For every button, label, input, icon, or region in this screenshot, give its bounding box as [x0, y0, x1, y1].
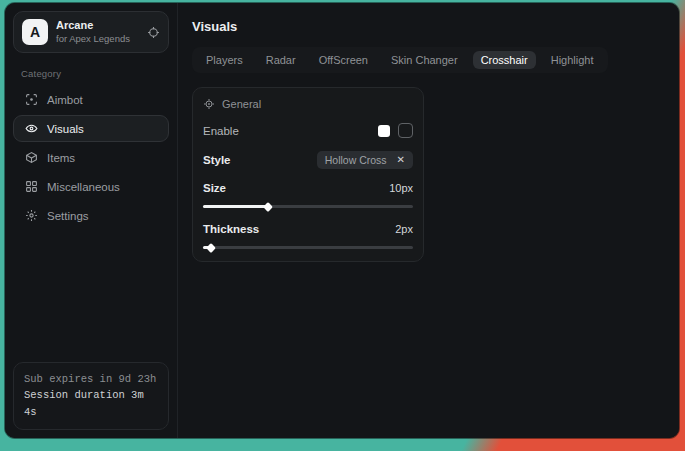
sidebar-item-label: Visuals — [47, 123, 84, 135]
enable-label: Enable — [203, 125, 239, 137]
tab-crosshair[interactable]: Crosshair — [473, 51, 536, 69]
crosshair-icon — [24, 93, 38, 106]
style-row: Style Hollow Cross ✕ — [203, 151, 413, 169]
sidebar-item-label: Settings — [47, 210, 89, 222]
grid-icon — [24, 180, 38, 193]
sidebar-item-aimbot[interactable]: Aimbot — [13, 86, 169, 113]
size-slider[interactable] — [203, 203, 413, 210]
category-label: Category — [21, 68, 161, 79]
target-icon[interactable] — [147, 26, 160, 39]
sidebar-item-visuals[interactable]: Visuals — [13, 115, 169, 142]
thickness-value: 2px — [395, 223, 413, 235]
crosshair-settings-icon — [203, 98, 215, 110]
gear-icon — [24, 209, 38, 222]
app-header-card: A Arcane for Apex Legends — [13, 11, 169, 53]
size-row: Size 10px — [203, 182, 413, 194]
enable-row: Enable — [203, 123, 413, 138]
size-label: Size — [203, 182, 226, 194]
style-value: Hollow Cross — [325, 154, 387, 166]
app-subtitle: for Apex Legends — [56, 33, 139, 45]
tab-highlight[interactable]: Highlight — [543, 51, 602, 69]
cube-icon — [24, 151, 38, 164]
style-label: Style — [203, 154, 231, 166]
page-title: Visuals — [192, 19, 665, 34]
size-value: 10px — [389, 182, 413, 194]
sidebar-item-label: Items — [47, 152, 75, 164]
tab-radar[interactable]: Radar — [258, 51, 304, 69]
panel-title: General — [222, 98, 261, 110]
sidebar-nav: Aimbot Visuals Items — [13, 86, 169, 229]
app-title: Arcane — [56, 19, 139, 33]
sidebar: A Arcane for Apex Legends Category Aimbo… — [5, 3, 178, 438]
thickness-row: Thickness 2px — [203, 223, 413, 235]
tab-skin-changer[interactable]: Skin Changer — [383, 51, 466, 69]
size-slider-thumb[interactable] — [263, 202, 273, 212]
sidebar-item-label: Aimbot — [47, 94, 83, 106]
sidebar-item-miscellaneous[interactable]: Miscellaneous — [13, 173, 169, 200]
main-content: Visuals Players Radar OffScreen Skin Cha… — [178, 3, 679, 438]
general-panel: General Enable Style Hollow Cross ✕ — [192, 87, 424, 262]
sidebar-item-items[interactable]: Items — [13, 144, 169, 171]
style-select[interactable]: Hollow Cross ✕ — [317, 151, 413, 169]
session-duration-text: Session duration 3m 4s — [24, 387, 158, 421]
color-swatch[interactable] — [378, 125, 390, 137]
close-icon[interactable]: ✕ — [397, 155, 405, 165]
subscription-info-box: Sub expires in 9d 23h Session duration 3… — [13, 362, 169, 430]
enable-checkbox[interactable] — [398, 123, 413, 138]
tab-players[interactable]: Players — [198, 51, 251, 69]
thickness-slider[interactable] — [203, 244, 413, 251]
app-window: A Arcane for Apex Legends Category Aimbo… — [5, 3, 679, 438]
sidebar-item-settings[interactable]: Settings — [13, 202, 169, 229]
visuals-tab-bar: Players Radar OffScreen Skin Changer Cro… — [192, 47, 608, 73]
thickness-label: Thickness — [203, 223, 259, 235]
sidebar-item-label: Miscellaneous — [47, 181, 120, 193]
sub-expires-text: Sub expires in 9d 23h — [24, 371, 158, 388]
thickness-slider-thumb[interactable] — [206, 243, 216, 253]
tab-offscreen[interactable]: OffScreen — [311, 51, 376, 69]
app-logo: A — [22, 19, 48, 45]
eye-icon — [24, 122, 38, 135]
